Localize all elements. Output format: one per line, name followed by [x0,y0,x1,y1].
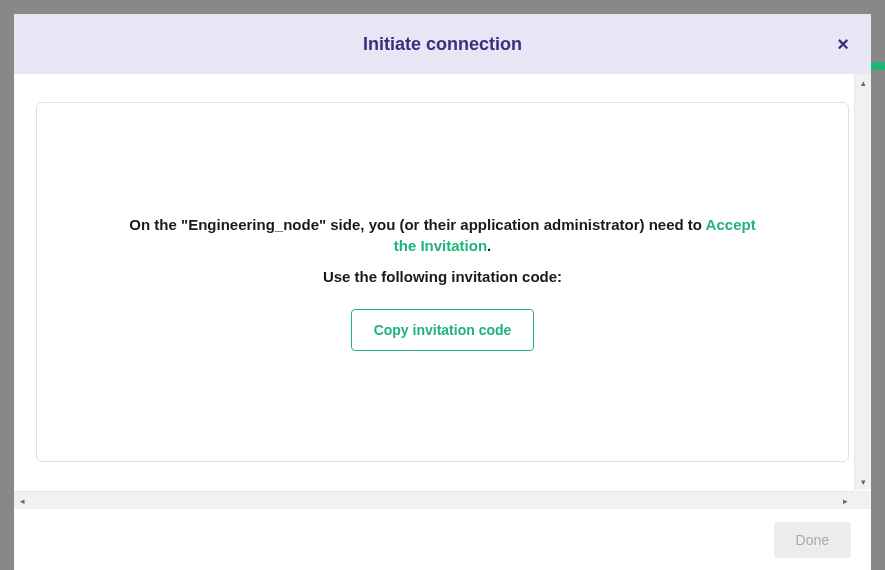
modal-header: Initiate connection × [14,14,871,74]
modal-footer: Done [14,508,871,570]
scroll-down-icon[interactable]: ▾ [855,473,871,490]
instruction-card: On the "Engineering_node" side, you (or … [36,102,849,462]
background-accent [871,62,885,70]
done-button[interactable]: Done [774,522,851,558]
vertical-scroll-track[interactable] [855,91,871,473]
copy-invitation-code-button[interactable]: Copy invitation code [351,309,535,351]
scroll-up-icon[interactable]: ▴ [855,74,871,91]
horizontal-scrollbar[interactable]: ◂ ▸ [14,491,854,508]
modal-title: Initiate connection [363,34,522,55]
instruction-prefix: On the " [129,216,188,233]
scroll-right-icon[interactable]: ▸ [837,492,854,508]
initiate-connection-modal: Initiate connection × On the "Engineerin… [14,14,871,570]
scroll-left-icon[interactable]: ◂ [14,492,31,508]
instruction-suffix: . [487,237,491,254]
vertical-scrollbar[interactable]: ▴ ▾ [854,74,871,490]
instruction-text: On the "Engineering_node" side, you (or … [123,214,763,256]
instruction-middle: " side, you (or their application admini… [319,216,706,233]
modal-body: On the "Engineering_node" side, you (or … [14,74,871,508]
close-icon[interactable]: × [837,34,849,54]
scroll-corner [854,491,871,508]
node-name: Engineering_node [188,216,319,233]
sub-instruction-text: Use the following invitation code: [323,268,562,285]
